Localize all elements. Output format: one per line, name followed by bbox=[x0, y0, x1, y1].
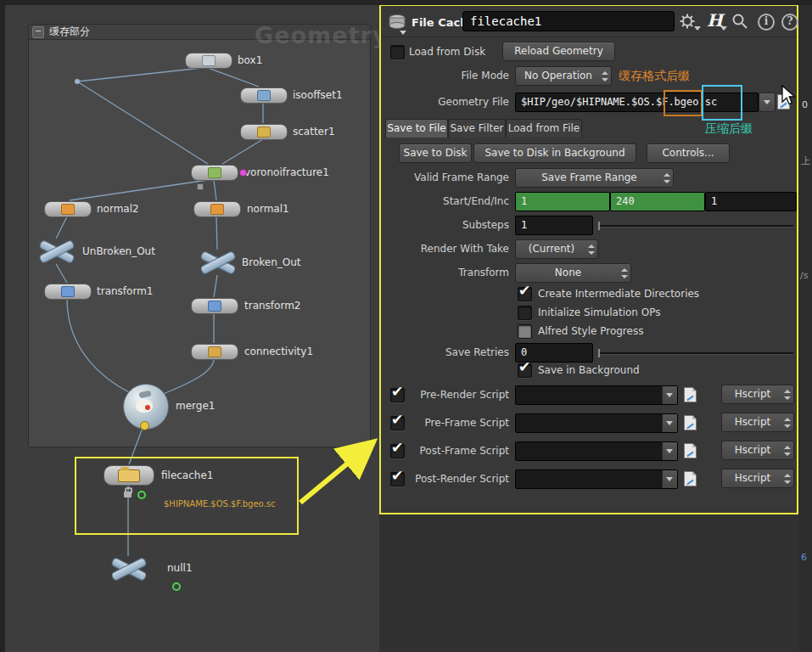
file-mode-value: No Operation bbox=[524, 70, 592, 82]
post-frame-lang-dropdown[interactable]: Hscript bbox=[721, 441, 794, 460]
render-with-take-dropdown[interactable]: (Current) bbox=[515, 239, 598, 259]
houdini-window: − 缓存部分 Geometry bbox=[0, 0, 812, 652]
render-with-take-value: (Current) bbox=[529, 243, 574, 255]
tab-load-from-file[interactable]: Load from File bbox=[506, 119, 582, 138]
pre-render-lang-dropdown[interactable]: Hscript bbox=[721, 385, 794, 404]
pre-frame-script-checkbox[interactable] bbox=[390, 416, 405, 430]
node-isooffset1[interactable] bbox=[240, 87, 288, 104]
format-suffix-box bbox=[664, 90, 703, 116]
post-frame-script-checkbox[interactable] bbox=[390, 444, 405, 458]
post-render-script-field[interactable] bbox=[515, 469, 678, 489]
down-arrow-icon[interactable] bbox=[662, 386, 677, 404]
frame-start-field[interactable] bbox=[515, 192, 610, 211]
load-from-disk-checkbox[interactable] bbox=[390, 45, 405, 59]
node-label: normal2 bbox=[97, 203, 139, 215]
frame-end-field[interactable] bbox=[610, 192, 705, 211]
node-name-input[interactable] bbox=[462, 11, 675, 31]
reload-geometry-button[interactable]: Reload Geometry bbox=[502, 42, 615, 61]
edge-fragment: 上 bbox=[801, 155, 810, 167]
edit-script-icon[interactable] bbox=[684, 443, 697, 458]
normal-icon bbox=[61, 204, 75, 215]
network-editor[interactable]: − 缓存部分 Geometry bbox=[0, 0, 379, 652]
help-icon[interactable]: ? bbox=[781, 14, 798, 31]
pre-frame-script-field[interactable] bbox=[515, 413, 678, 433]
node-label: isooffset1 bbox=[293, 89, 343, 101]
houdini-menu-arrow[interactable] bbox=[720, 26, 727, 31]
node-transform1[interactable] bbox=[44, 284, 92, 300]
save-to-disk-button[interactable]: Save to Disk bbox=[399, 143, 472, 163]
save-to-disk-background-button[interactable]: Save to Disk in Background bbox=[473, 143, 636, 163]
header-divider bbox=[381, 37, 797, 37]
down-arrow-icon[interactable] bbox=[662, 414, 677, 432]
post-render-script-checkbox[interactable] bbox=[390, 472, 405, 486]
node-voronoifracture1[interactable] bbox=[191, 165, 238, 181]
transform-dropdown[interactable]: None bbox=[515, 263, 631, 283]
file-mode-dropdown[interactable]: No Operation bbox=[515, 66, 612, 86]
geometry-file-history-button[interactable] bbox=[759, 93, 776, 112]
node-scatter1[interactable] bbox=[240, 124, 288, 140]
node-connectivity1[interactable] bbox=[191, 344, 238, 360]
create-intermediate-dirs-label: Create Intermediate Directories bbox=[538, 287, 699, 301]
node-null1[interactable] bbox=[110, 556, 146, 582]
node-transform2[interactable] bbox=[191, 298, 238, 314]
alfred-progress-checkbox[interactable] bbox=[518, 324, 532, 339]
save-retries-slider[interactable] bbox=[598, 352, 793, 355]
edit-script-icon[interactable] bbox=[684, 387, 697, 402]
pre-render-script-label: Pre-Render Script bbox=[409, 385, 509, 404]
post-render-lang-dropdown[interactable]: Hscript bbox=[721, 469, 794, 488]
node-normal1[interactable] bbox=[193, 201, 241, 217]
render-with-take-label: Render With Take bbox=[384, 239, 509, 258]
down-arrow-icon[interactable] bbox=[662, 442, 677, 460]
frame-inc-field[interactable] bbox=[705, 192, 797, 211]
node-label: merge1 bbox=[176, 400, 215, 412]
network-box-cache[interactable]: − 缓存部分 bbox=[28, 24, 371, 447]
edit-script-icon[interactable] bbox=[684, 415, 697, 430]
initialize-simulation-checkbox[interactable] bbox=[518, 306, 532, 320]
box-icon bbox=[202, 55, 216, 66]
node-label: transform2 bbox=[244, 300, 300, 312]
menu-spinner-icon bbox=[784, 446, 791, 456]
menu-spinner-icon bbox=[588, 244, 595, 255]
pre-render-script-field[interactable] bbox=[515, 385, 678, 405]
tab-save-to-file[interactable]: Save to File bbox=[385, 119, 448, 138]
post-frame-script-field[interactable] bbox=[515, 441, 678, 461]
context-watermark: Geometry bbox=[255, 22, 388, 48]
post-render-script-label: Post-Render Script bbox=[409, 469, 509, 488]
node-unbroken-out[interactable] bbox=[38, 239, 74, 264]
node-box1[interactable] bbox=[185, 53, 232, 69]
type-menu-arrow[interactable] bbox=[400, 31, 406, 35]
substeps-slider[interactable] bbox=[598, 225, 793, 228]
empty-panel-area bbox=[379, 514, 812, 652]
clipped-ui-strip: 0 上 /s 6 bbox=[798, 0, 812, 652]
selection-highlight-box bbox=[75, 457, 299, 535]
geometry-file-prefix: $HIP/geo/$HIPNAME.$OS.$F bbox=[521, 96, 668, 108]
gear-icon[interactable] bbox=[679, 13, 696, 30]
search-icon[interactable] bbox=[731, 13, 748, 30]
info-icon[interactable]: i bbox=[758, 14, 775, 31]
template-flag[interactable] bbox=[197, 183, 204, 190]
node-broken-out[interactable] bbox=[199, 250, 235, 275]
netbox-collapse-button[interactable]: − bbox=[32, 26, 44, 38]
substeps-field[interactable] bbox=[515, 216, 593, 235]
gear-menu-arrow[interactable] bbox=[694, 26, 701, 31]
script-lang-value: Hscript bbox=[735, 416, 770, 428]
edit-script-icon[interactable] bbox=[684, 471, 697, 486]
valid-frame-range-dropdown[interactable]: Save Frame Range bbox=[515, 168, 674, 188]
controls-button[interactable]: Controls... bbox=[647, 143, 730, 163]
scatter-icon bbox=[257, 126, 271, 138]
save-in-background-checkbox[interactable] bbox=[518, 363, 532, 378]
pre-render-script-checkbox[interactable] bbox=[390, 388, 405, 402]
transform-label: Transform bbox=[384, 263, 509, 282]
node-label: transform1 bbox=[97, 285, 153, 297]
edge-fragment: /s bbox=[800, 270, 808, 281]
down-arrow-icon[interactable] bbox=[662, 470, 677, 488]
valid-frame-range-value: Save Frame Range bbox=[541, 171, 637, 183]
status-ring bbox=[172, 582, 181, 591]
tab-save-filter[interactable]: Save Filter bbox=[448, 119, 506, 138]
pre-frame-lang-dropdown[interactable]: Hscript bbox=[721, 413, 794, 432]
node-normal2[interactable] bbox=[44, 201, 92, 217]
create-intermediate-dirs-checkbox[interactable] bbox=[518, 287, 532, 301]
script-lang-value: Hscript bbox=[735, 388, 770, 400]
merge-icon-nose bbox=[145, 405, 150, 410]
display-flag-dot[interactable] bbox=[239, 169, 247, 177]
